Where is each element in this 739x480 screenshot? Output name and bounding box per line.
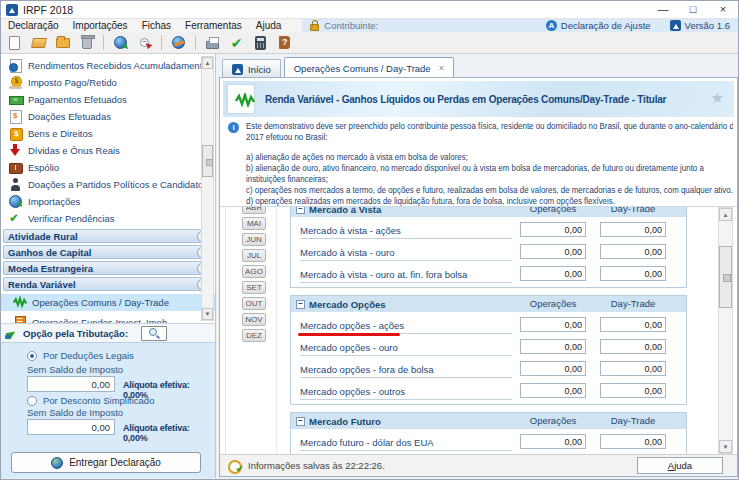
sidebar-item-3[interactable]: Doações Efetuadas <box>1 108 215 125</box>
aliquota-efetiva-2: Alíquota efetiva: 0,00% <box>123 423 215 443</box>
maximize-button[interactable]: □ <box>678 1 708 18</box>
export-globe-button[interactable] <box>135 33 154 52</box>
scroll-down-icon[interactable]: ▼ <box>202 308 213 320</box>
globe-icon <box>51 457 63 469</box>
amount-input-day-trade[interactable] <box>600 317 666 332</box>
tab-inicio[interactable]: Início <box>222 59 281 78</box>
sidebar-item-6[interactable]: Espólio <box>1 159 215 176</box>
entregar-declaracao-button[interactable]: Entregar Declaração <box>11 452 201 473</box>
open-folder-button[interactable] <box>29 33 48 52</box>
amount-input-operacoes-comuns[interactable] <box>520 383 586 398</box>
menu-item-0[interactable]: Declaração <box>1 19 66 32</box>
scroll-up-icon[interactable]: ▲ <box>202 57 213 69</box>
amount-input-day-trade[interactable] <box>600 222 666 237</box>
trash-button[interactable] <box>77 33 96 52</box>
month-tab-ago[interactable]: AGO <box>242 265 266 278</box>
menu-item-2[interactable]: Fichas <box>135 19 178 32</box>
folder-button[interactable] <box>53 33 72 52</box>
sidebar-item-8[interactable]: Importações <box>1 193 215 210</box>
sidebar-item-9[interactable]: Verificar Pendências <box>1 210 215 227</box>
tab-operacoes-comuns[interactable]: Operações Comuns / Day-Trade × <box>284 57 454 78</box>
radio-deducoes-legais[interactable]: Por Deduções Legais <box>27 350 134 361</box>
month-tab-abr[interactable]: ABR <box>242 206 266 214</box>
saldo-input-1[interactable] <box>27 376 115 392</box>
month-tab-mai[interactable]: MAI <box>242 217 266 230</box>
table-scrollbar[interactable]: ▲ ▼ <box>718 207 733 454</box>
search-button[interactable] <box>141 326 167 341</box>
scrollbar-thumb[interactable] <box>202 145 213 177</box>
amount-input-day-trade[interactable] <box>600 266 666 281</box>
help-book-icon <box>279 36 290 49</box>
info-box: i Este demonstrativo deve ser preenchido… <box>226 120 733 206</box>
new-document-button[interactable] <box>5 33 24 52</box>
sidebar-items: Rendimentos Recebidos AcumuladamenteImpo… <box>1 54 215 227</box>
amount-input-day-trade[interactable] <box>600 383 666 398</box>
menu-item-3[interactable]: Ferramentas <box>178 19 249 32</box>
renda-variavel-item-1[interactable]: Operações Fundos Invest. Imob <box>1 314 215 323</box>
table-section-0: Mercado à VistaOperações ComunsDay-Trade… <box>290 206 687 288</box>
radio-icon-checked[interactable] <box>27 351 37 361</box>
saldo-input-2[interactable] <box>27 419 115 435</box>
menubar: DeclaraçãoImportaçõesFichasFerramentasAj… <box>1 19 738 32</box>
table-section-2: Mercado FuturoOperações ComunsDay-TradeM… <box>290 412 687 454</box>
sidebar-item-5[interactable]: Dívidas e Ônus Reais <box>1 142 215 159</box>
radio-icon-unchecked[interactable] <box>27 396 37 406</box>
renda-variavel-item-0[interactable]: Operações Comuns / Day-Trade <box>1 294 215 311</box>
month-tab-nov[interactable]: NOV <box>242 313 266 326</box>
amount-input-operacoes-comuns[interactable] <box>520 317 586 332</box>
sidebar-item-4[interactable]: Bens e Direitos <box>1 125 215 142</box>
accordion-3[interactable]: Renda Variável» <box>3 277 213 291</box>
accordion-0[interactable]: Atividade Rural» <box>3 229 213 243</box>
month-tab-out[interactable]: OUT <box>242 297 266 310</box>
check-button[interactable] <box>227 33 246 52</box>
sidebar-scrollbar[interactable]: ▲ ▼ <box>201 56 214 321</box>
accordion-1[interactable]: Ganhos de Capital» <box>3 245 213 259</box>
amount-input-operacoes-comuns[interactable] <box>520 222 586 237</box>
radio-desconto-simplificado[interactable]: Por Desconto Simplificado <box>27 395 154 406</box>
help-book-button[interactable] <box>275 33 294 52</box>
amount-input-day-trade[interactable] <box>600 434 666 449</box>
minimize-button[interactable]: — <box>648 1 678 18</box>
star-icon[interactable]: ★ <box>711 89 724 107</box>
column-header-operacoes-comuns: Operações Comuns <box>513 296 593 312</box>
close-button[interactable]: × <box>708 1 738 18</box>
amount-input-day-trade[interactable] <box>600 244 666 259</box>
scroll-up-icon[interactable]: ▲ <box>719 208 732 221</box>
ajuda-button[interactable]: Ajuda <box>637 457 723 474</box>
sidebar-item-label: Dívidas e Ônus Reais <box>28 145 120 156</box>
calculator-button[interactable] <box>251 33 270 52</box>
collapse-icon[interactable] <box>296 206 305 214</box>
amount-input-operacoes-comuns[interactable] <box>520 339 586 354</box>
printer-icon <box>206 41 219 49</box>
scrollbar-thumb[interactable] <box>719 246 732 308</box>
amount-input-operacoes-comuns[interactable] <box>520 434 586 449</box>
sidebar-scroll-area: Rendimentos Recebidos AcumuladamenteImpo… <box>1 54 215 323</box>
month-tab-jul[interactable]: JUL <box>242 249 266 262</box>
sidebar-item-7[interactable]: Doações a Partidos Políticos e Candidato… <box>1 176 215 193</box>
printer-button[interactable] <box>203 33 222 52</box>
collapse-icon[interactable] <box>296 417 305 426</box>
accordion-label: Atividade Rural <box>8 231 78 242</box>
check-icon <box>9 212 22 225</box>
month-tab-set[interactable]: SET <box>242 281 266 294</box>
amount-input-operacoes-comuns[interactable] <box>520 266 586 281</box>
import-globe-button[interactable] <box>111 33 130 52</box>
month-tab-dez[interactable]: DEZ <box>242 329 266 342</box>
month-tab-jun[interactable]: JUN <box>242 233 266 246</box>
menu-item-4[interactable]: Ajuda <box>249 19 289 32</box>
accordion-2[interactable]: Moeda Estrangeira» <box>3 261 213 275</box>
scroll-down-icon[interactable]: ▼ <box>719 440 732 453</box>
tab-close-icon[interactable]: × <box>439 63 444 73</box>
collapse-icon[interactable] <box>296 300 305 309</box>
page-header: Renda Variável - Ganhos Líquidos ou Perd… <box>223 81 734 117</box>
amount-input-operacoes-comuns[interactable] <box>520 244 586 259</box>
amount-input-operacoes-comuns[interactable] <box>520 361 586 376</box>
internet-globe-button[interactable] <box>169 33 188 52</box>
menu-item-1[interactable]: Importações <box>66 19 135 32</box>
amount-input-day-trade[interactable] <box>600 339 666 354</box>
sidebar-item-0[interactable]: Rendimentos Recebidos Acumuladamente <box>1 57 215 74</box>
sidebar-item-1[interactable]: Imposto Pago/Retido <box>1 74 215 91</box>
radio-desconto-label: Por Desconto Simplificado <box>43 395 154 406</box>
sidebar-item-2[interactable]: Pagamentos Efetuados <box>1 91 215 108</box>
amount-input-day-trade[interactable] <box>600 361 666 376</box>
